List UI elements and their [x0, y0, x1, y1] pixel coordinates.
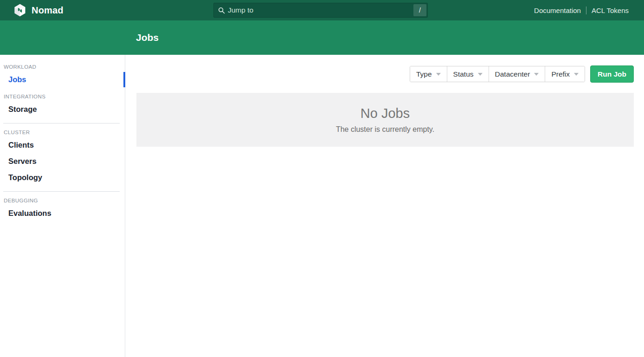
- jump-to-input[interactable]: [228, 6, 413, 14]
- sidebar-item-topology[interactable]: Topology: [0, 169, 125, 186]
- sidebar-divider: [3, 191, 120, 192]
- chevron-down-icon: [436, 73, 441, 76]
- page-header-bar: Jobs: [0, 20, 644, 55]
- nomad-brand[interactable]: Nomad: [0, 4, 64, 17]
- empty-state-panel: No Jobs The cluster is currently empty.: [136, 93, 634, 147]
- top-nav-bar: Nomad / Documentation ACL Tokens: [0, 0, 644, 20]
- top-link-divider: [586, 6, 586, 14]
- datacenter-filter-label: Datacenter: [495, 70, 530, 78]
- prefix-filter-label: Prefix: [551, 70, 570, 78]
- run-job-button[interactable]: Run Job: [590, 65, 634, 83]
- nomad-logo-icon: [13, 4, 27, 17]
- sidebar-heading-debugging: DEBUGGING: [4, 198, 121, 203]
- sidebar-heading-workload: WORKLOAD: [4, 64, 121, 70]
- top-links: Documentation ACL Tokens: [534, 6, 644, 14]
- sidebar-item-servers[interactable]: Servers: [0, 153, 125, 169]
- sidebar-item-jobs[interactable]: Jobs: [0, 71, 125, 88]
- type-filter-dropdown[interactable]: Type: [410, 66, 447, 82]
- page-title: Jobs: [136, 32, 159, 43]
- status-filter-dropdown[interactable]: Status: [447, 66, 489, 82]
- sidebar-item-evaluations[interactable]: Evaluations: [0, 205, 125, 221]
- filter-group: Type Status Datacenter Prefix: [410, 66, 585, 82]
- sidebar-divider: [3, 123, 120, 123]
- sidebar-heading-integrations: INTEGRATIONS: [4, 94, 121, 99]
- status-filter-label: Status: [453, 70, 474, 78]
- search-icon: [218, 7, 225, 14]
- empty-state-message: The cluster is currently empty.: [336, 125, 434, 134]
- chevron-down-icon: [574, 73, 579, 76]
- prefix-filter-dropdown[interactable]: Prefix: [545, 66, 585, 82]
- main-content: Type Status Datacenter Prefix Run Job: [125, 55, 644, 357]
- jump-to-search[interactable]: /: [213, 3, 428, 18]
- chevron-down-icon: [534, 73, 539, 76]
- type-filter-label: Type: [416, 70, 432, 78]
- documentation-link[interactable]: Documentation: [534, 6, 581, 14]
- empty-state-title: No Jobs: [361, 106, 410, 121]
- sidebar-item-clients[interactable]: Clients: [0, 137, 125, 153]
- datacenter-filter-dropdown[interactable]: Datacenter: [489, 66, 545, 82]
- slash-shortcut-key: /: [413, 4, 426, 16]
- sidebar-item-storage[interactable]: Storage: [0, 101, 125, 117]
- chevron-down-icon: [478, 73, 483, 76]
- brand-name: Nomad: [32, 5, 64, 16]
- sidebar: WORKLOAD Jobs INTEGRATIONS Storage CLUST…: [0, 55, 125, 357]
- sidebar-heading-cluster: CLUSTER: [4, 130, 121, 135]
- jobs-toolbar: Type Status Datacenter Prefix Run Job: [136, 65, 634, 83]
- acl-tokens-link[interactable]: ACL Tokens: [592, 6, 629, 14]
